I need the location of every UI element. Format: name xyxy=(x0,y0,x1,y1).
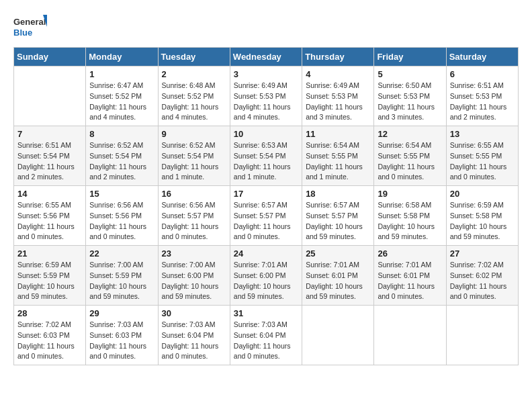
logo: General Blue xyxy=(13,13,47,40)
calendar-cell: 21Sunrise: 6:59 AMSunset: 5:59 PMDayligh… xyxy=(14,246,86,306)
day-number: 1 xyxy=(89,69,154,79)
svg-text:General: General xyxy=(13,17,46,27)
day-info: Sunrise: 7:03 AMSunset: 6:04 PMDaylight:… xyxy=(162,320,226,362)
day-info: Sunrise: 6:55 AMSunset: 5:55 PMDaylight:… xyxy=(450,140,515,183)
day-number: 4 xyxy=(306,69,370,79)
calendar-table: SundayMondayTuesdayWednesdayThursdayFrid… xyxy=(13,47,519,365)
calendar-cell: 27Sunrise: 7:02 AMSunset: 6:02 PMDayligh… xyxy=(446,246,518,306)
day-info: Sunrise: 6:57 AMSunset: 5:57 PMDaylight:… xyxy=(306,200,370,242)
weekday-header-sunday: Sunday xyxy=(14,48,86,66)
svg-text:Blue: Blue xyxy=(13,28,32,38)
day-number: 30 xyxy=(162,308,226,318)
calendar-cell: 26Sunrise: 7:01 AMSunset: 6:01 PMDayligh… xyxy=(374,246,446,306)
day-info: Sunrise: 6:56 AMSunset: 5:57 PMDaylight:… xyxy=(162,200,226,242)
day-info: Sunrise: 7:00 AMSunset: 6:00 PMDaylight:… xyxy=(162,260,226,302)
calendar-cell: 7Sunrise: 6:51 AMSunset: 5:54 PMDaylight… xyxy=(14,126,86,186)
day-info: Sunrise: 6:53 AMSunset: 5:54 PMDaylight:… xyxy=(234,140,298,183)
day-number: 25 xyxy=(306,248,370,259)
day-info: Sunrise: 6:58 AMSunset: 5:58 PMDaylight:… xyxy=(378,200,442,242)
day-number: 22 xyxy=(89,248,154,259)
calendar-week-5: 28Sunrise: 7:02 AMSunset: 6:03 PMDayligh… xyxy=(14,306,519,365)
day-info: Sunrise: 7:01 AMSunset: 6:01 PMDaylight:… xyxy=(306,260,370,302)
calendar-cell: 11Sunrise: 6:54 AMSunset: 5:55 PMDayligh… xyxy=(302,126,374,186)
day-info: Sunrise: 6:54 AMSunset: 5:55 PMDaylight:… xyxy=(378,140,442,183)
day-info: Sunrise: 6:50 AMSunset: 5:53 PMDaylight:… xyxy=(378,81,442,123)
calendar-cell: 19Sunrise: 6:58 AMSunset: 5:58 PMDayligh… xyxy=(374,186,446,246)
calendar-cell: 10Sunrise: 6:53 AMSunset: 5:54 PMDayligh… xyxy=(230,126,302,186)
day-number: 11 xyxy=(306,129,370,139)
calendar-week-2: 7Sunrise: 6:51 AMSunset: 5:54 PMDaylight… xyxy=(14,126,519,186)
calendar-cell: 1Sunrise: 6:47 AMSunset: 5:52 PMDaylight… xyxy=(86,66,158,126)
day-info: Sunrise: 7:00 AMSunset: 5:59 PMDaylight:… xyxy=(89,260,154,302)
weekday-header-row: SundayMondayTuesdayWednesdayThursdayFrid… xyxy=(14,48,519,66)
day-info: Sunrise: 6:54 AMSunset: 5:55 PMDaylight:… xyxy=(306,140,370,183)
calendar-cell: 12Sunrise: 6:54 AMSunset: 5:55 PMDayligh… xyxy=(374,126,446,186)
day-info: Sunrise: 7:01 AMSunset: 6:01 PMDaylight:… xyxy=(378,260,442,302)
day-info: Sunrise: 6:47 AMSunset: 5:52 PMDaylight:… xyxy=(89,81,154,123)
day-number: 6 xyxy=(450,69,515,79)
day-number: 13 xyxy=(450,129,515,139)
day-info: Sunrise: 7:03 AMSunset: 6:03 PMDaylight:… xyxy=(89,320,154,362)
day-number: 28 xyxy=(17,308,82,318)
calendar-cell: 31Sunrise: 7:03 AMSunset: 6:04 PMDayligh… xyxy=(230,306,302,365)
day-number: 17 xyxy=(234,189,298,199)
weekday-header-wednesday: Wednesday xyxy=(230,48,302,66)
weekday-header-tuesday: Tuesday xyxy=(158,48,230,66)
calendar-cell: 20Sunrise: 6:59 AMSunset: 5:58 PMDayligh… xyxy=(446,186,518,246)
calendar-cell: 3Sunrise: 6:49 AMSunset: 5:53 PMDaylight… xyxy=(230,66,302,126)
day-number: 14 xyxy=(17,189,82,199)
weekday-header-monday: Monday xyxy=(86,48,158,66)
day-info: Sunrise: 6:52 AMSunset: 5:54 PMDaylight:… xyxy=(89,140,154,183)
day-number: 2 xyxy=(162,69,226,79)
day-info: Sunrise: 6:49 AMSunset: 5:53 PMDaylight:… xyxy=(306,81,370,123)
day-info: Sunrise: 6:59 AMSunset: 5:59 PMDaylight:… xyxy=(17,260,82,302)
calendar-cell: 24Sunrise: 7:01 AMSunset: 6:00 PMDayligh… xyxy=(230,246,302,306)
calendar-cell: 16Sunrise: 6:56 AMSunset: 5:57 PMDayligh… xyxy=(158,186,230,246)
day-info: Sunrise: 6:56 AMSunset: 5:56 PMDaylight:… xyxy=(89,200,154,242)
day-info: Sunrise: 7:01 AMSunset: 6:00 PMDaylight:… xyxy=(234,260,298,302)
day-number: 5 xyxy=(378,69,442,79)
calendar-cell: 28Sunrise: 7:02 AMSunset: 6:03 PMDayligh… xyxy=(14,306,86,365)
day-info: Sunrise: 6:59 AMSunset: 5:58 PMDaylight:… xyxy=(450,200,515,242)
day-info: Sunrise: 6:49 AMSunset: 5:53 PMDaylight:… xyxy=(234,81,298,123)
calendar-cell xyxy=(302,306,374,365)
calendar-cell: 13Sunrise: 6:55 AMSunset: 5:55 PMDayligh… xyxy=(446,126,518,186)
calendar-cell: 30Sunrise: 7:03 AMSunset: 6:04 PMDayligh… xyxy=(158,306,230,365)
calendar-cell xyxy=(446,306,518,365)
calendar-cell: 25Sunrise: 7:01 AMSunset: 6:01 PMDayligh… xyxy=(302,246,374,306)
calendar-cell xyxy=(374,306,446,365)
day-info: Sunrise: 7:03 AMSunset: 6:04 PMDaylight:… xyxy=(234,320,298,362)
day-number: 15 xyxy=(89,189,154,199)
day-info: Sunrise: 7:02 AMSunset: 6:02 PMDaylight:… xyxy=(450,260,515,302)
page-header: General Blue xyxy=(13,13,519,40)
weekday-header-saturday: Saturday xyxy=(446,48,518,66)
calendar-cell: 17Sunrise: 6:57 AMSunset: 5:57 PMDayligh… xyxy=(230,186,302,246)
day-info: Sunrise: 6:57 AMSunset: 5:57 PMDaylight:… xyxy=(234,200,298,242)
day-number: 29 xyxy=(89,308,154,318)
calendar-week-1: 1Sunrise: 6:47 AMSunset: 5:52 PMDaylight… xyxy=(14,66,519,126)
day-number: 26 xyxy=(378,248,442,259)
calendar-cell: 9Sunrise: 6:52 AMSunset: 5:54 PMDaylight… xyxy=(158,126,230,186)
day-info: Sunrise: 6:51 AMSunset: 5:54 PMDaylight:… xyxy=(17,140,82,183)
calendar-cell: 15Sunrise: 6:56 AMSunset: 5:56 PMDayligh… xyxy=(86,186,158,246)
weekday-header-thursday: Thursday xyxy=(302,48,374,66)
day-info: Sunrise: 6:55 AMSunset: 5:56 PMDaylight:… xyxy=(17,200,82,242)
day-number: 8 xyxy=(89,129,154,139)
day-number: 19 xyxy=(378,189,442,199)
calendar-cell: 5Sunrise: 6:50 AMSunset: 5:53 PMDaylight… xyxy=(374,66,446,126)
day-number: 9 xyxy=(162,129,226,139)
logo-svg: General Blue xyxy=(13,13,47,40)
day-number: 7 xyxy=(17,129,82,139)
day-info: Sunrise: 6:51 AMSunset: 5:53 PMDaylight:… xyxy=(450,81,515,123)
day-number: 23 xyxy=(162,248,226,259)
calendar-cell: 22Sunrise: 7:00 AMSunset: 5:59 PMDayligh… xyxy=(86,246,158,306)
day-number: 20 xyxy=(450,189,515,199)
day-number: 16 xyxy=(162,189,226,199)
calendar-week-3: 14Sunrise: 6:55 AMSunset: 5:56 PMDayligh… xyxy=(14,186,519,246)
day-number: 24 xyxy=(234,248,298,259)
day-number: 18 xyxy=(306,189,370,199)
day-number: 3 xyxy=(234,69,298,79)
calendar-cell: 8Sunrise: 6:52 AMSunset: 5:54 PMDaylight… xyxy=(86,126,158,186)
calendar-week-4: 21Sunrise: 6:59 AMSunset: 5:59 PMDayligh… xyxy=(14,246,519,306)
calendar-cell: 29Sunrise: 7:03 AMSunset: 6:03 PMDayligh… xyxy=(86,306,158,365)
